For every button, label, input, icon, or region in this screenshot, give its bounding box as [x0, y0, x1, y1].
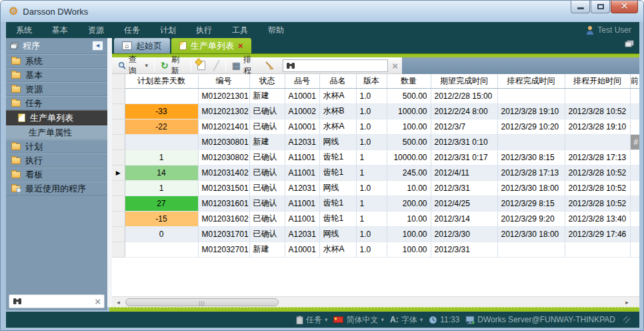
- clear-schedule-button[interactable]: [263, 59, 276, 71]
- column-header-sched-start[interactable]: 排程开始时间: [565, 74, 630, 88]
- close-button[interactable]: ✕: [611, 1, 638, 13]
- column-header-item-name[interactable]: 品名: [319, 74, 356, 88]
- column-header-sched-end[interactable]: 排程完成时间: [497, 74, 565, 88]
- toolbar-search-clear-icon[interactable]: ×: [392, 61, 398, 71]
- cell-sched-start: 2012/3/28 19:10: [565, 119, 630, 134]
- table-row[interactable]: -33 M012021302 已确认 A10002 水杯B 1.0 1000.0…: [112, 103, 639, 119]
- table-row[interactable]: 1 M012030802 已确认 A11001 齿轮1 1 10000.00 2…: [112, 149, 639, 165]
- table-row[interactable]: -22 M012021401 已确认 A10001 水杯A 1.0 100.00…: [112, 119, 639, 134]
- menu-basic[interactable]: 基本: [42, 22, 78, 38]
- row-selector[interactable]: [112, 180, 125, 196]
- cell-sched-start: 2012/3/28 13:40: [565, 211, 630, 226]
- new-button[interactable]: [195, 59, 207, 71]
- sidebar-search-box: ×: [9, 294, 105, 308]
- column-header-truncated[interactable]: 前: [630, 74, 639, 88]
- row-selector[interactable]: [112, 88, 125, 103]
- table-row[interactable]: M012030801 新建 A12031 网线 1.0 500.00 2012/…: [112, 134, 639, 149]
- sidebar-collapse-button[interactable]: ◄: [92, 41, 103, 51]
- menu-tools[interactable]: 工具: [222, 22, 258, 38]
- edit-button[interactable]: ╱: [211, 59, 221, 72]
- cell-due: 2012/2/28 15:00: [431, 88, 497, 103]
- language-label: 简体中文: [346, 314, 378, 326]
- column-header-item-no[interactable]: 品号: [285, 74, 319, 88]
- column-header-code[interactable]: 编号: [198, 74, 249, 88]
- window-title: Darsson DWorks: [23, 7, 88, 17]
- row-selector[interactable]: [112, 242, 125, 257]
- table-row[interactable]: ▶ 14 M012031402 已确认 A11001 齿轮1 1 245.00 …: [112, 165, 639, 180]
- minimize-button[interactable]: [571, 1, 590, 13]
- sidebar-item-plan[interactable]: 计划: [6, 139, 107, 153]
- menu-resource[interactable]: 资源: [78, 22, 114, 38]
- table-row[interactable]: 1 M012031501 已确认 A12031 网线 1.0 10.00 201…: [112, 180, 639, 196]
- sidebar-item-system[interactable]: 系统: [6, 54, 107, 68]
- sidebar-item-task[interactable]: 任务: [6, 96, 107, 110]
- font-menu[interactable]: A: 字体 ▾: [390, 314, 423, 326]
- tab-close-icon[interactable]: ×: [238, 41, 243, 50]
- resize-grip[interactable]: [623, 316, 630, 323]
- sidebar-item-basic[interactable]: 基本: [6, 68, 107, 82]
- server-monitor-icon: [465, 316, 475, 324]
- sidebar-item-production-order-properties[interactable]: 生产单属性: [6, 125, 107, 139]
- chevron-down-icon[interactable]: ▾: [145, 62, 149, 69]
- table-row[interactable]: M012032701 新建 A10001 水杯A 1.0 100.00 2012…: [112, 242, 639, 257]
- cell-due: 2012/2/24 8:00: [431, 103, 497, 119]
- cell-item-name: 网线: [319, 134, 356, 149]
- cell-version: 1.0: [356, 103, 387, 119]
- sidebar-splitter[interactable]: [107, 38, 112, 307]
- column-header-due-time[interactable]: 期望完成时间: [431, 74, 497, 88]
- column-header-version[interactable]: 版本: [356, 74, 387, 88]
- sidebar-search-input[interactable]: [25, 297, 91, 306]
- column-header-qty[interactable]: 数量: [387, 74, 431, 88]
- menu-task[interactable]: 任务: [114, 22, 150, 38]
- table-row[interactable]: 0 M012031701 已确认 A12031 网线 1.0 100.00 20…: [112, 226, 639, 242]
- toolbar-search-input[interactable]: [298, 61, 385, 70]
- horizontal-scrollbar[interactable]: ◂ ||| ▸: [112, 296, 639, 307]
- sidebar-item-recent-programs[interactable]: 最近使用的程序: [6, 182, 107, 196]
- cell-sched-end: [497, 88, 565, 103]
- row-selector[interactable]: [112, 196, 125, 211]
- tab-list-button[interactable]: [625, 39, 639, 51]
- cell-code: M012030802: [198, 149, 249, 165]
- menu-system[interactable]: 系统: [6, 22, 42, 38]
- server-name: DWorks Server@FUNWAY-THINKPAD: [477, 315, 615, 324]
- row-selector[interactable]: [112, 149, 125, 165]
- flag-icon: [333, 316, 343, 323]
- menu-execute[interactable]: 执行: [186, 22, 222, 38]
- cell-status: 新建: [249, 134, 285, 149]
- row-selector[interactable]: [112, 211, 125, 226]
- sidebar-header-label: 程序: [23, 40, 40, 52]
- sidebar-item-kanban[interactable]: 看板: [6, 168, 107, 182]
- maximize-button[interactable]: [591, 1, 610, 13]
- row-selector[interactable]: [112, 226, 125, 242]
- row-selector-current[interactable]: ▶: [112, 165, 125, 180]
- cell-sched-start: 2012/3/29 17:46: [565, 226, 630, 242]
- cell-due: 2012/3/31 0:17: [431, 149, 497, 165]
- row-selector[interactable]: [112, 119, 125, 134]
- sidebar-search-clear-icon[interactable]: ×: [95, 296, 101, 306]
- tab-production-order-list[interactable]: 生产单列表 ×: [171, 38, 251, 53]
- row-selector[interactable]: [112, 134, 125, 149]
- tab-home[interactable]: ⌂ 起始页: [114, 38, 170, 53]
- user-area[interactable]: Test User: [586, 25, 639, 35]
- cell-extra: [630, 88, 639, 103]
- task-menu[interactable]: 任务 ▾: [296, 314, 328, 326]
- sidebar-item-production-order-list[interactable]: 生产单列表: [6, 110, 107, 125]
- cell-extra: [630, 103, 639, 119]
- table-row[interactable]: M012021301 新建 A10001 水杯A 1.0 500.00 2012…: [112, 88, 639, 103]
- column-header-diff-days[interactable]: 计划差异天数: [125, 74, 198, 88]
- sidebar-item-execute[interactable]: 执行: [6, 153, 107, 168]
- column-header-status[interactable]: 状态: [249, 74, 285, 88]
- cell-version: 1: [356, 196, 387, 211]
- table-row[interactable]: 27 M012031601 已确认 A11001 齿轮1 1 200.00 20…: [112, 196, 639, 211]
- menu-plan[interactable]: 计划: [150, 22, 186, 38]
- scrollbar-thumb[interactable]: |||: [125, 298, 279, 306]
- scroll-right-icon[interactable]: ▸: [621, 298, 633, 307]
- scroll-left-icon[interactable]: ◂: [113, 298, 124, 307]
- sidebar-item-resource[interactable]: 资源: [6, 82, 107, 96]
- language-menu[interactable]: 简体中文 ▾: [333, 314, 384, 326]
- menu-help[interactable]: 帮助: [258, 22, 294, 38]
- cell-status: 已确认: [249, 196, 285, 211]
- programs-icon: [10, 42, 19, 49]
- table-row[interactable]: -15 M012031602 已确认 A11001 齿轮1 1 10.00 20…: [112, 211, 639, 226]
- row-selector[interactable]: [112, 103, 125, 119]
